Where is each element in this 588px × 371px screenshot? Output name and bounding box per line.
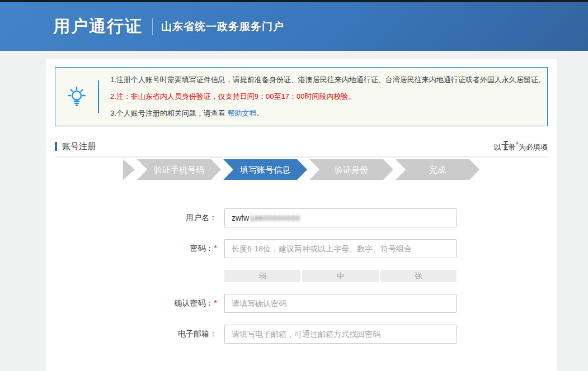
username-value-visible: zwfw	[232, 213, 249, 222]
required-hint-suffix: 为必填项	[519, 143, 548, 151]
notice-line-1: 1.注册个人账号时需要填写证件信息，请提前准备身份证、港澳居民往来内地通行证、台…	[110, 72, 545, 88]
notice-line-2: 2.注：非山东省内人员身份验证，仅支持日间9：00至17：00时间段内校验。	[110, 88, 545, 105]
password-label: 密码：*	[55, 244, 217, 254]
confirm-password-field[interactable]	[224, 294, 457, 313]
section-title: 账号注册	[62, 141, 96, 152]
password-strength-strong: 强	[380, 270, 457, 282]
password-label-text: 密码：	[190, 244, 214, 253]
notice-line-3: 3.个人账号注册的相关问题，请查看 帮助文档。	[110, 105, 545, 122]
page-header: 用户通行证 山东省统一政务服务门户	[0, 2, 588, 51]
confirm-password-required-star: *	[214, 298, 217, 307]
password-strength-row: 弱 中 强	[55, 270, 548, 282]
content-panel: 1.注册个人账号时需要填写证件信息，请提前准备身份证、港澳居民往来内地通行证、台…	[46, 59, 557, 371]
step-wizard: 验证手机号码 填写账号信息 验证身份 完成	[55, 159, 548, 180]
page-subtitle: 山东省统一政务服务门户	[161, 20, 284, 34]
confirm-password-label: 确认密码：*	[55, 298, 217, 308]
registration-form: 用户名： zwfw 18600000000 密码：* 弱 中 强 确认密码：* …	[55, 208, 548, 344]
email-field[interactable]	[224, 325, 457, 344]
mouse-text-cursor	[505, 141, 506, 150]
required-fields-hint: 以下带*为必填项	[494, 140, 548, 153]
password-strength-medium: 中	[302, 270, 378, 282]
help-doc-link[interactable]: 帮助文档	[227, 109, 256, 117]
form-row-password: 密码：*	[55, 239, 548, 258]
step-lead-arrow-icon	[123, 159, 135, 180]
password-required-star: *	[214, 244, 217, 253]
username-label-text: 用户名：	[186, 213, 217, 222]
page-title: 用户通行证	[53, 15, 143, 38]
email-label: 电子邮箱：	[55, 329, 217, 339]
step-verify-phone: 验证手机号码	[137, 159, 221, 180]
form-row-username: 用户名： zwfw 18600000000	[55, 208, 548, 227]
step-complete: 完成	[396, 159, 479, 180]
lightbulb-icon	[55, 84, 98, 109]
step-verify-identity: 验证身份	[309, 159, 393, 180]
password-strength-weak: 弱	[224, 270, 300, 282]
username-label: 用户名：	[55, 213, 217, 223]
section-accent-bar	[55, 142, 57, 151]
username-value-redacted: 18600000000	[250, 214, 300, 222]
notice-line-3-period: 。	[256, 109, 264, 117]
notice-text: 1.注册个人账号时需要填写证件信息，请提前准备身份证、港澳居民往来内地通行证、台…	[99, 72, 545, 122]
section-title-group: 账号注册	[55, 141, 96, 152]
notice-box: 1.注册个人账号时需要填写证件信息，请提前准备身份证、港澳居民往来内地通行证、台…	[55, 67, 548, 126]
step-fill-account-info: 填写账号信息	[223, 159, 307, 180]
form-row-email: 电子邮箱：	[55, 325, 548, 344]
form-row-confirm-password: 确认密码：*	[55, 294, 548, 313]
password-field[interactable]	[224, 239, 457, 258]
username-field[interactable]: zwfw 18600000000	[224, 208, 457, 227]
brand-divider	[152, 18, 153, 35]
section-header-row: 账号注册 以下带*为必填项	[55, 136, 548, 158]
email-label-text: 电子邮箱：	[178, 329, 217, 338]
password-strength-meter: 弱 中 强	[224, 270, 457, 282]
notice-line-3-text: 3.个人账号注册的相关问题，请查看	[110, 109, 227, 117]
confirm-password-label-text: 确认密码：	[175, 298, 214, 307]
